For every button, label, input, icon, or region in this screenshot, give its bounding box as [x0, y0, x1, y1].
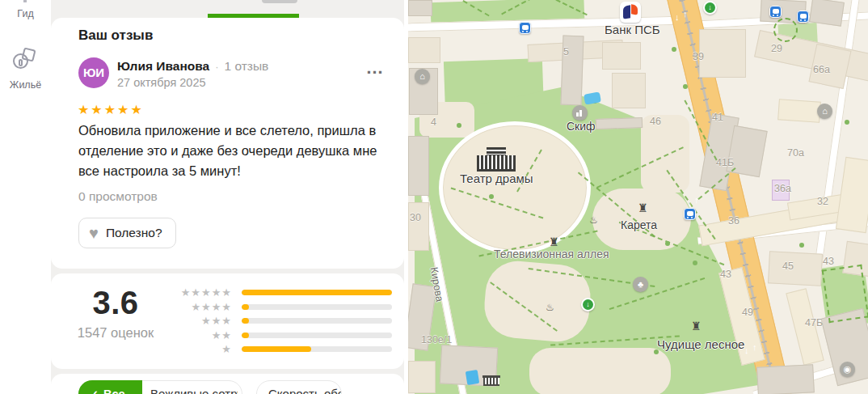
building-number: 36а — [774, 183, 791, 194]
histogram-fill — [242, 304, 249, 310]
building-number: 70а — [787, 147, 804, 159]
housing-key-icon — [13, 49, 39, 76]
sidebar-item-housing[interactable]: Жильё — [0, 79, 51, 91]
review-date: 27 октября 2025 — [117, 76, 206, 89]
poi-globe-icon[interactable] — [840, 362, 855, 377]
author-review-count: 1 отзыв — [225, 59, 269, 74]
review-views: 0 просмотров — [78, 189, 158, 204]
histogram-row[interactable]: ★★ — [169, 330, 392, 341]
histogram-stars: ★ — [169, 344, 232, 354]
museum-building-icon[interactable] — [482, 375, 500, 386]
scroll-nub — [262, 0, 297, 3]
building-number: 47Б — [805, 317, 823, 328]
psb-logo-icon[interactable] — [620, 2, 641, 23]
rating-score: 3.6 — [59, 285, 172, 321]
chip-aspect-2[interactable]: Скорость обслуживания — [256, 380, 342, 394]
more-menu-button[interactable]: … — [360, 57, 390, 79]
bus-stop-icon[interactable] — [797, 11, 809, 23]
histogram-track — [242, 346, 392, 352]
histogram-track — [242, 304, 392, 310]
park-entrance-icon[interactable] — [581, 298, 595, 311]
bus-stop-icon[interactable] — [519, 22, 531, 34]
sidebar-item-label: Гид — [0, 8, 51, 19]
theater-ring-road — [439, 121, 591, 254]
building-number: 30 — [410, 212, 421, 223]
map-place-label[interactable]: Карета — [621, 218, 657, 231]
pool[interactable] — [466, 370, 479, 385]
rating-histogram: ★★★★★ ★★★★ ★★★ ★★ ★ — [169, 287, 392, 354]
building-number: 43 — [823, 256, 834, 267]
sidebar-item-guide[interactable]: Гид — [0, 8, 51, 19]
map-place-label[interactable]: Банк ПСБ — [605, 23, 660, 36]
building-number: 130е/1 — [421, 334, 452, 345]
histogram-row[interactable]: ★★★★ — [169, 302, 392, 312]
histogram-row[interactable]: ★★★★★ — [169, 287, 392, 298]
building-number: 46 — [650, 116, 661, 127]
review-star-rating: ★★★★★ — [78, 102, 144, 117]
map-place-label[interactable]: Театр драмы — [460, 172, 533, 185]
histogram-fill — [242, 290, 392, 295]
histogram-stars: ★★★★★ — [169, 287, 232, 298]
building-number: 32 — [817, 196, 828, 207]
poi-business-icon[interactable] — [572, 105, 588, 121]
map-canvas[interactable]: 54392966а464141Б70а36а323630130е/1434549… — [408, 0, 868, 394]
map-place-label[interactable]: Чудище лесное — [657, 337, 744, 351]
building-number: 41 — [712, 112, 723, 123]
heart-icon: ♥ — [89, 225, 99, 241]
monument-icon[interactable] — [549, 236, 559, 248]
street-label: Телевизионная аллея — [494, 248, 609, 261]
histogram-row[interactable]: ★★★ — [169, 316, 392, 326]
bus-stop-icon[interactable] — [769, 6, 782, 18]
guide-icon — [23, 0, 27, 2]
oneway-arrow-icon[interactable] — [688, 199, 693, 208]
monument-icon[interactable] — [638, 202, 648, 214]
rating-score-block: 3.6 1547 оценок — [59, 285, 172, 341]
fountain-icon[interactable] — [546, 303, 554, 312]
your-review-card: Ваш отзыв ЮИ Юлия Иванова · 1 отзыв 27 о… — [51, 18, 404, 269]
building-number: 49 — [742, 307, 753, 318]
author-name[interactable]: Юлия Иванова — [117, 59, 209, 74]
histogram-stars: ★★★ — [169, 316, 232, 326]
poi-house-icon[interactable] — [415, 69, 430, 84]
check-icon: ✓ — [90, 388, 99, 394]
histogram-track — [242, 333, 392, 338]
park-entrance-icon[interactable] — [703, 1, 717, 15]
rating-summary-card: 3.6 1547 оценок ★★★★★ ★★★★ ★★★ ★★ — [51, 273, 404, 369]
panel-map-divider — [404, 0, 408, 394]
rating-count: 1547 оценок — [59, 325, 172, 341]
oneway-arrow-icon[interactable] — [675, 13, 680, 22]
chip-group: ✓ Все Вежливые сотрудники — [78, 380, 242, 394]
building-number: 4 — [431, 117, 436, 128]
histogram-stars: ★★ — [169, 330, 232, 341]
sidebar-item-label: Жильё — [0, 79, 51, 91]
left-sidebar: Гид Жильё — [0, 0, 51, 394]
map-place-label[interactable]: Скиф — [567, 120, 596, 133]
building-number: 39 — [693, 51, 704, 62]
fountain-icon[interactable] — [589, 215, 598, 225]
histogram-track — [242, 318, 392, 324]
oneway-arrow-icon[interactable] — [752, 343, 757, 352]
helpful-button[interactable]: ♥ Полезно? — [78, 218, 176, 248]
monument-icon[interactable] — [691, 320, 702, 332]
oneway-arrow-icon[interactable] — [683, 10, 688, 19]
building-number: 5 — [563, 46, 569, 57]
theater-building-icon[interactable] — [477, 147, 516, 172]
histogram-stars: ★★★★ — [169, 302, 232, 312]
histogram-fill — [242, 318, 249, 324]
review-panel: Ваш отзыв ЮИ Юлия Иванова · 1 отзыв 27 о… — [51, 0, 404, 394]
building-number: 29 — [771, 43, 782, 54]
poi-house-icon[interactable] — [817, 104, 832, 119]
section-title: Ваш отзыв — [78, 28, 153, 44]
oneway-arrow-icon[interactable] — [744, 346, 749, 355]
panel-top-strip — [51, 0, 404, 18]
bus-stop-icon[interactable] — [684, 208, 696, 220]
chip-label: Все — [103, 388, 125, 394]
chip-all[interactable]: ✓ Все — [78, 380, 142, 394]
poi-tree-icon[interactable] — [633, 277, 648, 292]
review-text: Обновила приложение и все слетело, пришл… — [78, 121, 387, 181]
oneway-arrow-icon[interactable] — [694, 196, 699, 205]
histogram-fill — [242, 333, 249, 338]
histogram-row[interactable]: ★ — [169, 344, 392, 354]
building-number: 45 — [782, 261, 794, 272]
chip-aspect-1[interactable]: Вежливые сотрудники — [150, 387, 238, 394]
